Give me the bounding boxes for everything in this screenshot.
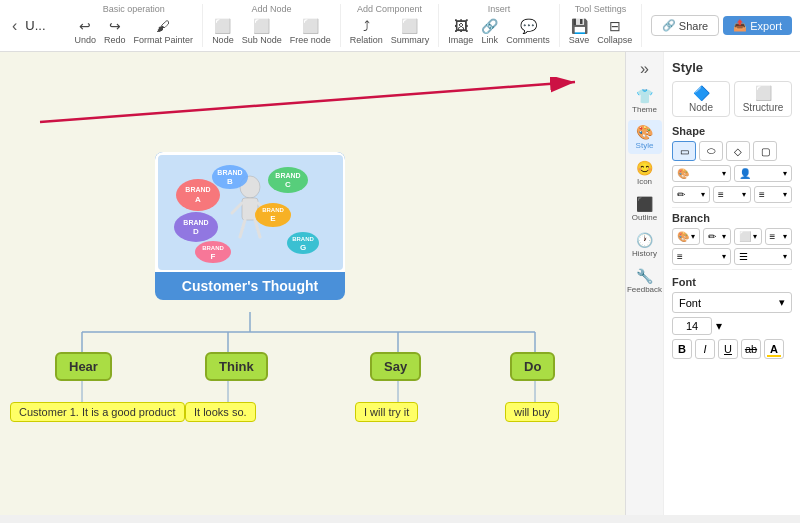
shape-option-ellipse[interactable]: ⬭ [699, 141, 723, 161]
node-button[interactable]: ⬜ Node [209, 16, 237, 47]
format-painter-label: Format Painter [134, 35, 194, 45]
shape-lines2-dropdown[interactable]: ≡ ▾ [754, 186, 792, 203]
font-size-input[interactable]: 14 [672, 317, 712, 335]
sidebar-item-feedback[interactable]: 🔧 Feedback [628, 264, 662, 298]
toolbar: ‹ U... Basic operation ↩ Undo ↪ Redo [0, 0, 800, 52]
shape-option-diamond[interactable]: ◇ [726, 141, 750, 161]
sidebar-collapse-button[interactable]: » [636, 56, 653, 82]
tab-node[interactable]: 🔷 Node [672, 81, 730, 117]
summary-label: Summary [391, 35, 430, 45]
font-family-select[interactable]: Font ▾ [672, 292, 792, 313]
canvas-area[interactable]: BRAND A BRAND B BRAND C BRAND D BRAND E … [0, 52, 625, 515]
shape-fill-dropdown[interactable]: 🎨 ▾ [672, 165, 731, 182]
save-button[interactable]: 💾 Save [566, 16, 593, 47]
group-label-addcomp: Add Component [357, 4, 422, 14]
svg-text:F: F [210, 252, 215, 261]
style-tab-group: 🔷 Node ⬜ Structure [672, 81, 792, 117]
shape-option-rect[interactable]: ▭ [672, 141, 696, 161]
shape-option-square[interactable]: ▢ [753, 141, 777, 161]
sidebar-item-outline[interactable]: ⬛ Outline [628, 192, 662, 226]
underline-button[interactable]: U [718, 339, 738, 359]
toolbar-right-buttons: 🔗 Share 📤 Export [651, 15, 792, 36]
export-icon: 📤 [733, 19, 747, 32]
node-icon: ⬜ [214, 18, 231, 34]
branch-lines-dropdown[interactable]: ≡ ▾ [765, 228, 793, 245]
tab-structure[interactable]: ⬜ Structure [734, 81, 792, 117]
shape-section-title: Shape [672, 125, 792, 137]
italic-button[interactable]: I [695, 339, 715, 359]
sub-node-icon: ⬜ [253, 18, 270, 34]
branch-label-think: Think [219, 359, 254, 374]
lines-icon: ≡ [718, 189, 724, 200]
style-icon: 🎨 [636, 124, 653, 140]
sub-node-button[interactable]: ⬜ Sub Node [239, 16, 285, 47]
person-icon: 👤 [739, 168, 751, 179]
sidebar-item-theme[interactable]: 👕 Theme [628, 84, 662, 118]
back-button[interactable]: ‹ [8, 15, 21, 37]
collapse-button[interactable]: ⊟ Collapse [594, 16, 635, 47]
free-node-icon: ⬜ [302, 18, 319, 34]
branch-node-say[interactable]: Say [370, 352, 421, 381]
outline-label: Outline [632, 213, 657, 222]
font-format-row: B I U ab A [672, 339, 792, 359]
shape-lines-dropdown[interactable]: ≡ ▾ [713, 186, 751, 203]
strikethrough-button[interactable]: ab [741, 339, 761, 359]
redo-label: Redo [104, 35, 126, 45]
export-label: Export [750, 20, 782, 32]
sub-node-hear[interactable]: Customer 1. It is a good product [10, 402, 185, 422]
thought-bubble-svg: BRAND A BRAND B BRAND C BRAND D BRAND E … [158, 155, 343, 270]
group-items-basic: ↩ Undo ↪ Redo 🖌 Format Painter [72, 16, 197, 47]
undo-button[interactable]: ↩ Undo [72, 16, 100, 47]
sub-node-say[interactable]: I will try it [355, 402, 418, 422]
shape-pen-dropdown[interactable]: ✏ ▾ [672, 186, 710, 203]
comments-button[interactable]: 💬 Comments [503, 16, 553, 47]
share-button[interactable]: 🔗 Share [651, 15, 719, 36]
central-node[interactable]: BRAND A BRAND B BRAND C BRAND D BRAND E … [155, 152, 345, 300]
bold-button[interactable]: B [672, 339, 692, 359]
undo-icon: ↩ [79, 18, 91, 34]
branch-pen-dropdown[interactable]: ✏ ▾ [703, 228, 731, 245]
link-button[interactable]: 🔗 Link [478, 16, 501, 47]
sidebar-panel: Style 🔷 Node ⬜ Structure Shape ▭ ⬭ ◇ ▢ [664, 52, 800, 515]
link-label: Link [482, 35, 499, 45]
svg-text:BRAND: BRAND [217, 169, 242, 176]
format-painter-icon: 🖌 [156, 18, 170, 34]
sub-node-think[interactable]: It looks so. [185, 402, 256, 422]
branch-align-dropdown[interactable]: ☰ ▾ [734, 248, 793, 265]
central-node-image: BRAND A BRAND B BRAND C BRAND D BRAND E … [155, 152, 345, 272]
sidebar-item-history[interactable]: 🕐 History [628, 228, 662, 262]
branch-rect-dropdown[interactable]: ⬜ ▾ [734, 228, 762, 245]
branch-node-do[interactable]: Do [510, 352, 555, 381]
shape-person-dropdown[interactable]: 👤 ▾ [734, 165, 793, 182]
svg-text:BRAND: BRAND [185, 186, 210, 193]
shape-options: ▭ ⬭ ◇ ▢ [672, 141, 792, 161]
format-painter-button[interactable]: 🖌 Format Painter [131, 16, 197, 47]
group-tool-settings: Tool Settings 💾 Save ⊟ Collapse [560, 4, 643, 47]
summary-button[interactable]: ⬜ Summary [388, 16, 433, 47]
sidebar-item-style[interactable]: 🎨 Style [628, 120, 662, 154]
tab-node-label: Node [675, 102, 727, 113]
branch-section-title: Branch [672, 212, 792, 224]
image-button[interactable]: 🖼 Image [445, 16, 476, 47]
branch-node-hear[interactable]: Hear [55, 352, 112, 381]
free-node-button[interactable]: ⬜ Free node [287, 16, 334, 47]
redo-button[interactable]: ↪ Redo [101, 16, 129, 47]
branch-lines2-dropdown[interactable]: ≡ ▾ [672, 248, 731, 265]
branch-fill-icon: 🎨 [677, 231, 689, 242]
outline-icon: ⬛ [636, 196, 653, 212]
node-label: Node [212, 35, 234, 45]
branch-fill-dropdown[interactable]: 🎨 ▾ [672, 228, 700, 245]
panel-title: Style [672, 60, 792, 75]
sub-node-label: Sub Node [242, 35, 282, 45]
shape-row-1: 🎨 ▾ 👤 ▾ [672, 165, 792, 182]
branch-align-icon: ☰ [739, 251, 748, 262]
branch-node-think[interactable]: Think [205, 352, 268, 381]
export-button[interactable]: 📤 Export [723, 16, 792, 35]
font-name-label: Font [679, 297, 701, 309]
sidebar-item-icon[interactable]: 😊 Icon [628, 156, 662, 190]
svg-text:E: E [270, 214, 276, 223]
sub-node-do[interactable]: will buy [505, 402, 559, 422]
sub-label-say: I will try it [364, 406, 409, 418]
relation-button[interactable]: ⤴ Relation [347, 16, 386, 47]
font-color-button[interactable]: A [764, 339, 784, 359]
